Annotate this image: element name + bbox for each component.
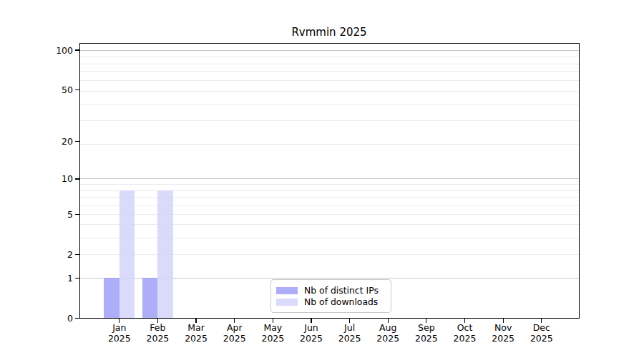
minor-gridline bbox=[79, 205, 580, 205]
x-axis-tick bbox=[234, 319, 235, 323]
y-axis-tick bbox=[75, 318, 79, 319]
minor-gridline bbox=[79, 91, 580, 92]
y-axis-tick bbox=[75, 141, 79, 142]
y-axis-tick bbox=[75, 278, 79, 279]
x-tick-year: 2025 bbox=[519, 334, 565, 344]
y-axis-tick bbox=[75, 254, 79, 255]
minor-gridline bbox=[79, 120, 580, 121]
y-tick-label: 20 bbox=[30, 136, 73, 147]
x-axis-tick bbox=[119, 319, 119, 323]
legend-swatch bbox=[276, 287, 298, 294]
major-gridline bbox=[79, 178, 580, 179]
bar-distinct-ips bbox=[104, 278, 119, 318]
bar-downloads bbox=[157, 190, 172, 318]
legend-entry: Nb of downloads bbox=[276, 296, 385, 307]
y-axis-tick bbox=[75, 49, 79, 50]
chart-canvas: Rvmmin 2025 Nb of distinct IPsNb of down… bbox=[0, 0, 644, 358]
y-tick-label: 2 bbox=[30, 249, 73, 260]
minor-gridline bbox=[79, 57, 580, 57]
legend-swatch bbox=[276, 299, 298, 306]
minor-gridline bbox=[79, 214, 580, 215]
minor-gridline bbox=[79, 184, 580, 185]
minor-gridline bbox=[79, 254, 580, 255]
minor-gridline bbox=[79, 238, 580, 238]
y-tick-label: 50 bbox=[30, 84, 73, 95]
x-axis-tick bbox=[388, 319, 389, 323]
y-tick-label: 0 bbox=[30, 313, 73, 324]
y-tick-label: 1 bbox=[30, 273, 73, 284]
major-gridline bbox=[79, 50, 580, 51]
legend-label: Nb of downloads bbox=[304, 296, 378, 307]
legend: Nb of distinct IPsNb of downloads bbox=[270, 279, 391, 313]
x-axis-tick bbox=[195, 319, 196, 323]
x-axis-tick bbox=[311, 319, 311, 323]
y-axis-tick bbox=[75, 178, 79, 179]
bar-downloads bbox=[119, 190, 135, 318]
plot-area: Nb of distinct IPsNb of downloads bbox=[79, 43, 580, 319]
chart-title: Rvmmin 2025 bbox=[79, 26, 580, 39]
x-tick-label: Dec2025 bbox=[519, 323, 565, 344]
x-axis-tick bbox=[503, 319, 504, 323]
minor-gridline bbox=[79, 104, 580, 105]
y-axis-tick bbox=[75, 214, 79, 215]
x-tick-month: Dec bbox=[519, 323, 565, 334]
x-axis-tick bbox=[273, 319, 273, 323]
x-axis-tick bbox=[426, 319, 426, 323]
minor-gridline bbox=[79, 197, 580, 198]
minor-gridline bbox=[79, 144, 580, 145]
legend-label: Nb of distinct IPs bbox=[304, 285, 379, 296]
y-tick-label: 5 bbox=[30, 209, 73, 220]
x-axis-tick bbox=[157, 319, 158, 323]
y-tick-label: 10 bbox=[30, 173, 73, 184]
x-axis-tick bbox=[541, 319, 542, 323]
y-axis-tick bbox=[75, 90, 79, 90]
bar-distinct-ips bbox=[142, 278, 157, 318]
minor-gridline bbox=[79, 71, 580, 72]
minor-gridline bbox=[79, 190, 580, 191]
x-axis-tick bbox=[464, 319, 465, 323]
minor-gridline bbox=[79, 80, 580, 81]
minor-gridline bbox=[79, 224, 580, 225]
minor-gridline bbox=[79, 64, 580, 64]
y-tick-label: 100 bbox=[30, 45, 73, 56]
x-axis-tick bbox=[349, 319, 350, 323]
legend-entry: Nb of distinct IPs bbox=[276, 285, 385, 296]
